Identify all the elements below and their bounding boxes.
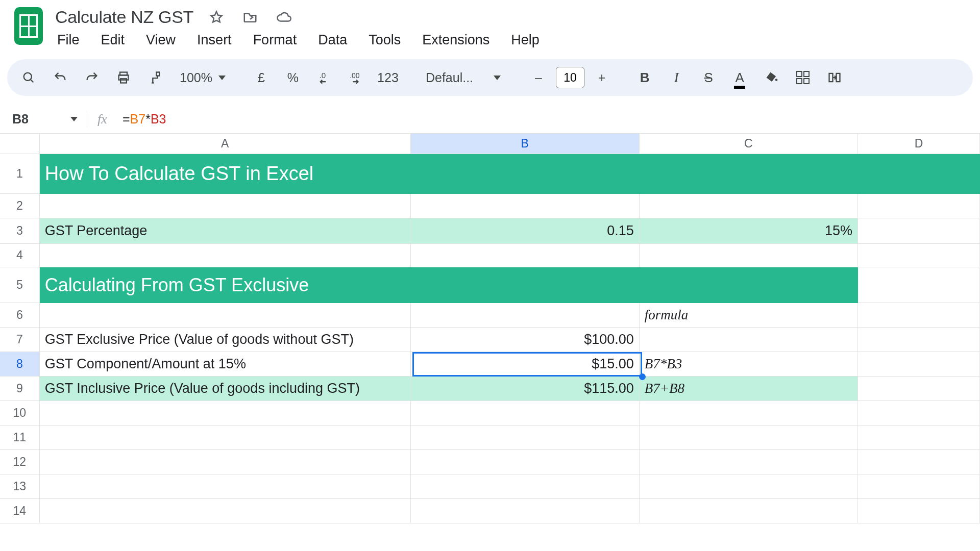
cell-C7[interactable] (640, 328, 858, 352)
menu-file[interactable]: File (55, 31, 82, 49)
cell-B4[interactable] (411, 244, 640, 267)
row-header-8[interactable]: 8 (0, 352, 40, 377)
cell-D8[interactable] (858, 352, 980, 377)
row-header-14[interactable]: 14 (0, 499, 40, 523)
text-color-button[interactable]: A (729, 67, 750, 88)
strikethrough-button[interactable]: S (698, 67, 718, 88)
menu-tools[interactable]: Tools (366, 31, 403, 49)
cell-C6[interactable]: formula (640, 303, 858, 328)
cell-B11[interactable] (411, 425, 640, 450)
cell-D11[interactable] (858, 425, 980, 450)
cell-A3[interactable]: GST Percentage (40, 218, 411, 244)
borders-button[interactable] (793, 67, 813, 88)
cell-B6[interactable] (411, 303, 640, 328)
sheets-app-icon[interactable] (14, 7, 43, 45)
cell-C9[interactable]: B7+B8 (640, 377, 858, 401)
cell-A12[interactable] (40, 450, 411, 474)
increase-font-size-button[interactable]: + (592, 67, 612, 88)
row-header-11[interactable]: 11 (0, 425, 40, 450)
menu-extensions[interactable]: Extensions (420, 31, 492, 49)
cell-A10[interactable] (40, 401, 411, 425)
search-icon[interactable] (18, 67, 39, 88)
cell-D10[interactable] (858, 401, 980, 425)
menu-format[interactable]: Format (251, 31, 299, 49)
col-header-D[interactable]: D (858, 134, 980, 154)
cell-B1[interactable] (411, 154, 640, 194)
cell-B2[interactable] (411, 194, 640, 218)
cell-A11[interactable] (40, 425, 411, 450)
row-header-4[interactable]: 4 (0, 244, 40, 267)
merge-cells-button[interactable] (824, 67, 845, 88)
document-title[interactable]: Calculate NZ GST (55, 7, 193, 27)
cell-C14[interactable] (640, 499, 858, 523)
italic-button[interactable]: I (666, 67, 687, 88)
col-header-A[interactable]: A (40, 134, 411, 154)
cell-A1[interactable]: How To Calculate GST in Excel (40, 154, 411, 194)
cloud-status-icon[interactable] (275, 9, 292, 26)
cell-A8[interactable]: GST Component/Amount at 15% (40, 352, 411, 377)
cell-D5[interactable] (858, 267, 980, 303)
cell-B3[interactable]: 0.15 (411, 218, 640, 244)
cell-D4[interactable] (858, 244, 980, 267)
undo-icon[interactable] (50, 67, 70, 88)
cell-B10[interactable] (411, 401, 640, 425)
cell-D12[interactable] (858, 450, 980, 474)
cell-D13[interactable] (858, 474, 980, 499)
paint-format-icon[interactable] (145, 67, 165, 88)
row-header-13[interactable]: 13 (0, 474, 40, 499)
row-header-7[interactable]: 7 (0, 328, 40, 352)
menu-edit[interactable]: Edit (99, 31, 127, 49)
cell-D7[interactable] (858, 328, 980, 352)
cell-D1[interactable] (858, 154, 980, 194)
font-size-input[interactable] (556, 67, 584, 88)
cell-C5[interactable] (640, 267, 858, 303)
row-header-9[interactable]: 9 (0, 377, 40, 401)
formula-bar[interactable]: =B7*B3 (117, 112, 980, 127)
cell-D6[interactable] (858, 303, 980, 328)
cell-A14[interactable] (40, 499, 411, 523)
cell-A13[interactable] (40, 474, 411, 499)
cell-C13[interactable] (640, 474, 858, 499)
format-percent-button[interactable]: % (283, 67, 303, 88)
more-formats-button[interactable]: 123 (378, 67, 398, 88)
cell-C1[interactable] (640, 154, 858, 194)
row-header-3[interactable]: 3 (0, 218, 40, 244)
bold-button[interactable]: B (634, 67, 655, 88)
row-header-10[interactable]: 10 (0, 401, 40, 425)
move-icon[interactable] (241, 9, 259, 26)
cell-C2[interactable] (640, 194, 858, 218)
menu-data[interactable]: Data (316, 31, 349, 49)
name-box[interactable]: B8 (0, 112, 87, 127)
row-header-2[interactable]: 2 (0, 194, 40, 218)
decrease-font-size-button[interactable]: – (528, 67, 549, 88)
cell-C11[interactable] (640, 425, 858, 450)
select-all-corner[interactable] (0, 134, 40, 154)
row-header-5[interactable]: 5 (0, 267, 40, 303)
cell-A5[interactable]: Calculating From GST Exclusive (40, 267, 411, 303)
cell-C12[interactable] (640, 450, 858, 474)
row-header-12[interactable]: 12 (0, 450, 40, 474)
cell-B5[interactable] (411, 267, 640, 303)
cell-C10[interactable] (640, 401, 858, 425)
decrease-decimal-button[interactable]: .0 (314, 67, 335, 88)
col-header-B[interactable]: B (411, 134, 640, 154)
cell-D14[interactable] (858, 499, 980, 523)
cell-C8[interactable]: B7*B3 (640, 352, 858, 377)
cell-B9[interactable]: $115.00 (411, 377, 640, 401)
fill-color-button[interactable] (761, 67, 781, 88)
cell-A9[interactable]: GST Inclusive Price (Value of goods incl… (40, 377, 411, 401)
cell-B14[interactable] (411, 499, 640, 523)
font-family-select[interactable]: Defaul... (421, 70, 506, 85)
menu-insert[interactable]: Insert (195, 31, 234, 49)
cell-C3[interactable]: 15% (640, 218, 858, 244)
menu-help[interactable]: Help (509, 31, 542, 49)
redo-icon[interactable] (82, 67, 102, 88)
cell-B12[interactable] (411, 450, 640, 474)
cell-D3[interactable] (858, 218, 980, 244)
cell-B13[interactable] (411, 474, 640, 499)
cell-A4[interactable] (40, 244, 411, 267)
print-icon[interactable] (113, 67, 134, 88)
cell-D9[interactable] (858, 377, 980, 401)
cell-B8[interactable]: $15.00 (411, 352, 640, 377)
cell-A2[interactable] (40, 194, 411, 218)
